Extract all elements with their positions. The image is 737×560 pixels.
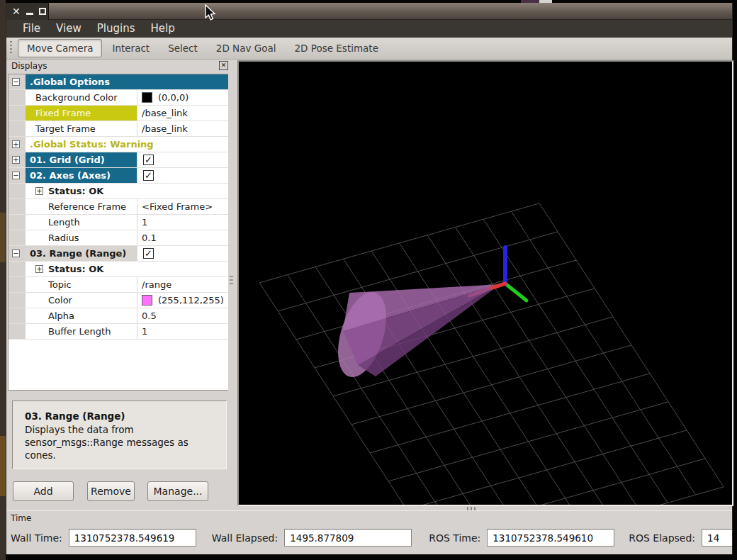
tree-row[interactable]: +01. Grid (Grid)✓: [9, 152, 230, 168]
expander-icon[interactable]: −: [12, 78, 20, 86]
manage-button[interactable]: Manage...: [147, 481, 208, 501]
status-row: +Status: OK: [26, 262, 230, 276]
row-gutter: [9, 262, 26, 276]
property-value[interactable]: 0.5: [137, 308, 230, 323]
expander-icon[interactable]: +: [35, 187, 43, 195]
category-label: .Global Options: [26, 74, 230, 89]
tree-row[interactable]: Reference Frame<Fixed Frame>: [9, 199, 230, 215]
time-field-input[interactable]: [69, 529, 196, 547]
x-axis-origin: [492, 284, 505, 288]
menu-item-view[interactable]: View: [48, 20, 89, 38]
menu-item-help[interactable]: Help: [142, 20, 182, 38]
property-value[interactable]: /base_link: [137, 121, 230, 136]
remove-button[interactable]: Remove: [87, 481, 135, 501]
window-controls: ✕: [6, 3, 49, 20]
property-name: Alpha: [26, 308, 137, 323]
property-value-text: 1: [142, 217, 147, 228]
tool-select[interactable]: Select: [159, 40, 206, 57]
row-gutter: +: [9, 152, 26, 167]
tool-interact[interactable]: Interact: [103, 40, 158, 57]
property-value-text: 0.5: [142, 310, 157, 321]
expander-icon[interactable]: +: [12, 140, 20, 148]
toolbar-drag-handle[interactable]: [10, 41, 12, 55]
description-line: Displays the data from: [25, 423, 219, 436]
enabled-checkbox[interactable]: ✓: [143, 248, 154, 259]
tree-row[interactable]: Buffer Length1: [9, 324, 230, 340]
tree-row[interactable]: Color(255,112,255): [9, 293, 230, 308]
grid-plane: [259, 203, 724, 505]
property-value-text: 0.1: [142, 233, 157, 243]
time-field-label: ROS Time:: [429, 532, 480, 544]
tree-row[interactable]: +Status: OK: [9, 262, 230, 277]
tree-row[interactable]: Alpha0.5: [9, 308, 230, 324]
tree-row[interactable]: −03. Range (Range)✓: [9, 246, 230, 262]
tree-row[interactable]: −02. Axes (Axes)✓: [9, 168, 230, 184]
time-field-input[interactable]: [284, 529, 412, 547]
enabled-checkbox[interactable]: ✓: [143, 155, 154, 165]
time-field-label: ROS Elapsed:: [629, 532, 695, 544]
3d-scene: [239, 62, 732, 505]
tree-row[interactable]: −.Global Options: [9, 74, 230, 90]
property-value[interactable]: 1: [137, 324, 230, 339]
property-name: Fixed Frame: [26, 106, 137, 121]
property-value-text: /base_link: [142, 123, 188, 134]
time-panel: Time Wall Time:Wall Elapsed:ROS Time:ROS…: [6, 510, 732, 554]
property-value[interactable]: /range: [137, 277, 230, 292]
property-name: Reference Frame: [26, 199, 137, 214]
maximize-icon[interactable]: [39, 8, 46, 15]
expander-icon[interactable]: +: [35, 265, 43, 273]
property-value[interactable]: <Fixed Frame>: [137, 199, 230, 214]
tree-row[interactable]: +Status: OK: [9, 184, 230, 199]
time-field-label: Wall Elapsed:: [212, 532, 278, 544]
row-gutter: [9, 293, 26, 308]
expander-icon[interactable]: +: [12, 156, 20, 164]
display-enabled-cell: ✓: [137, 246, 230, 261]
time-field-input[interactable]: [702, 529, 732, 547]
property-value[interactable]: (0,0,0): [137, 90, 230, 105]
row-gutter: +: [9, 137, 26, 152]
property-name: Buffer Length: [26, 324, 137, 339]
tool-move-camera[interactable]: Move Camera: [18, 39, 102, 57]
display-enabled-cell: ✓: [137, 152, 230, 167]
background-window-strip: [0, 0, 6, 560]
menu-item-file[interactable]: File: [15, 20, 48, 38]
panel-splitter[interactable]: [228, 61, 235, 508]
tree-row[interactable]: Radius0.1: [9, 230, 230, 246]
panel-close-icon[interactable]: ✕: [219, 61, 228, 70]
tree-row[interactable]: Background Color(0,0,0): [9, 90, 230, 106]
enabled-checkbox[interactable]: ✓: [143, 170, 154, 181]
3d-viewport[interactable]: [237, 60, 733, 506]
menu-item-plugins[interactable]: Plugins: [89, 20, 143, 38]
status-row: +Status: OK: [26, 184, 230, 198]
property-value[interactable]: (255,112,255): [137, 293, 230, 308]
tool-2d-nav-goal[interactable]: 2D Nav Goal: [208, 40, 285, 57]
description-line: cones.: [25, 449, 219, 461]
row-gutter: −: [9, 246, 26, 261]
tree-row[interactable]: Fixed Frame/base_link: [9, 106, 230, 121]
color-swatch: [142, 295, 152, 306]
description-line: sensor_msgs::Range messages as: [25, 436, 219, 449]
menu-bar: FileViewPluginsHelp: [6, 20, 732, 38]
close-icon[interactable]: ✕: [12, 6, 21, 16]
y-axis: [505, 284, 527, 301]
property-value[interactable]: /base_link: [137, 106, 230, 121]
row-gutter: [9, 106, 26, 121]
property-value[interactable]: 1: [137, 215, 230, 230]
property-value-text: 1: [142, 326, 147, 337]
row-gutter: −: [9, 168, 26, 183]
tree-row[interactable]: +.Global Status: Warning: [9, 137, 230, 152]
minimize-icon[interactable]: [26, 13, 33, 15]
display-description: 03. Range (Range) Displays the data from…: [12, 401, 227, 469]
tree-row[interactable]: Target Frame/base_link: [9, 121, 230, 137]
tool-2d-pose-estimate[interactable]: 2D Pose Estimate: [286, 40, 387, 57]
tree-row[interactable]: Topic/range: [9, 277, 230, 293]
expander-icon[interactable]: −: [12, 172, 20, 179]
time-field-input[interactable]: [487, 529, 614, 547]
add-button[interactable]: Add: [13, 481, 74, 501]
status-label: Status: OK: [48, 264, 103, 274]
property-name: Target Frame: [26, 121, 137, 136]
property-value[interactable]: 0.1: [137, 230, 230, 245]
expander-icon[interactable]: −: [12, 250, 20, 257]
tree-row[interactable]: Length1: [9, 215, 230, 230]
title-bar[interactable]: ✕: [6, 3, 732, 20]
